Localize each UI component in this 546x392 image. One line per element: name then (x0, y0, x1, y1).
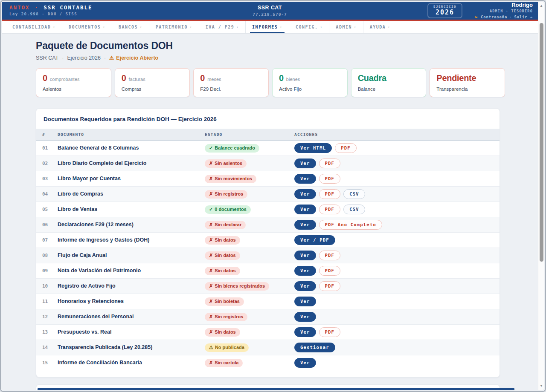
status-badge: ✗Sin movimientos (205, 175, 256, 183)
pdf-button[interactable]: PDF (319, 174, 341, 184)
status-text: Sin registros (215, 191, 243, 196)
scrollbar-up-arrow[interactable]: ▲ (538, 3, 544, 9)
pdf-ano-completo-button[interactable]: PDF Año Completo (319, 220, 382, 230)
nav-item-bancos[interactable]: BANCOS▾ (112, 21, 149, 33)
app-tagline: Ley 20.998 · DOH / SISS (9, 12, 93, 16)
card-unit: comprobantes (50, 77, 80, 82)
summary-cards: 0comprobantesAsientos0facturasCompras0me… (36, 68, 505, 97)
nav-item-informes[interactable]: INFORMES▾ (245, 21, 289, 33)
pdf-button[interactable]: PDF (335, 143, 357, 153)
status-cell: ⚠No publicada (205, 340, 294, 355)
card-value: 0 (200, 73, 205, 83)
documents-panel: Documentos Requeridos para Rendición DOH… (36, 108, 500, 378)
actions-cell: Ver (294, 309, 500, 324)
pdf-button[interactable]: PDF (319, 327, 341, 337)
card-unit: bienes (286, 77, 300, 82)
scrollbar-thumb[interactable] (540, 23, 543, 262)
csv-button[interactable]: CSV (343, 205, 365, 214)
ver-button[interactable]: Ver (294, 205, 316, 214)
ver-button[interactable]: Ver (294, 297, 316, 306)
ver-button[interactable]: Ver (294, 159, 316, 168)
actions-cell: Ver HTMLPDF (294, 140, 500, 156)
chevron-down-icon: ▾ (280, 26, 282, 29)
ver-button[interactable]: Ver (294, 189, 316, 199)
nav-item-label: DOCUMENTOS (69, 25, 101, 29)
nav-item-iva-f29[interactable]: IVA / F29▾ (199, 21, 245, 33)
ver-button[interactable]: Ver (294, 327, 316, 337)
document-name: Informe de Ingresos y Gastos (DOH) (58, 232, 205, 248)
cross-icon: ✗ (209, 314, 213, 320)
entity-name: SSR CAT (253, 5, 287, 11)
status-badge: ✗Sin registros (205, 313, 247, 321)
card-label: Activo Fijo (279, 86, 341, 92)
status-cell: ✗Sin datos (205, 263, 294, 278)
nav-item-ayuda[interactable]: AYUDA▾ (363, 21, 397, 33)
cross-icon: ✗ (209, 299, 213, 304)
row-number: 10 (36, 278, 58, 294)
nav-item-admin[interactable]: ADMIN▾ (329, 21, 363, 33)
chevron-down-icon: ▾ (140, 26, 142, 29)
warning-icon: ⚠ (209, 345, 213, 350)
nav-item-label: INFORMES (252, 25, 278, 29)
pdf-button[interactable]: PDF (319, 205, 341, 214)
document-name: Declaraciones F29 (12 meses) (58, 217, 205, 232)
nav-item-label: CONFIG. (296, 25, 318, 29)
ver-button[interactable]: Ver (294, 251, 316, 260)
scrollbar-down-arrow[interactable]: ▼ (538, 383, 544, 389)
status-cell: ✗Sin movimientos (205, 171, 294, 186)
status-badge: ✗Sin datos (205, 267, 240, 275)
nav-item-config[interactable]: CONFIG.▾ (289, 21, 329, 33)
nav-item-contabilidad[interactable]: CONTABILIDAD▾ (6, 21, 62, 33)
table-row: 01Balance General de 8 Columnas✓Balance … (36, 140, 500, 156)
top-header: ANTOX · SSR CONTABLE Ley 20.998 · DOH / … (2, 2, 538, 20)
scrollbar[interactable]: ▲ ▼ (538, 2, 544, 390)
ver-button[interactable]: Ver (294, 266, 316, 276)
row-number: 05 (36, 202, 58, 217)
gestionar-button[interactable]: Gestionar (294, 343, 335, 352)
actions-cell: VerPDF (294, 156, 500, 171)
table-row: 15Informe de Conciliación Bancaria✗Sin c… (36, 355, 500, 370)
pdf-button[interactable]: PDF (319, 251, 341, 260)
exercise-selector[interactable]: EJERCICIO 2026 (427, 3, 462, 19)
pdf-button[interactable]: PDF (319, 281, 341, 291)
pdf-button[interactable]: PDF (319, 159, 341, 168)
brand-block: ANTOX · SSR CONTABLE Ley 20.998 · DOH / … (2, 5, 93, 16)
summary-card-f29-decl: 0mesesF29 Decl. (193, 68, 269, 97)
check-icon: ✓ (209, 145, 213, 151)
card-value: 0 (279, 73, 284, 83)
table-row: 03Libro Mayor por Cuentas✗Sin movimiento… (36, 171, 500, 186)
key-icon (474, 15, 479, 19)
user-roles: ADMIN · TESORERO (474, 9, 533, 13)
csv-button[interactable]: CSV (343, 189, 365, 199)
actions-cell: VerPDF (294, 248, 500, 263)
ver-html-button[interactable]: Ver HTML (294, 143, 332, 153)
logout-link[interactable]: Salir → (514, 15, 533, 19)
ver-button[interactable]: Ver (294, 281, 316, 291)
document-name: Libro de Compras (58, 186, 205, 202)
card-value: Cuadra (358, 73, 386, 83)
actions-cell: VerPDFCSV (294, 202, 500, 217)
cross-icon: ✗ (209, 237, 213, 243)
nav-item-patrimonio[interactable]: PATRIMONIO▾ (149, 21, 199, 33)
cross-icon: ✗ (209, 191, 213, 197)
ver-button[interactable]: Ver (294, 174, 316, 184)
nav-item-documentos[interactable]: DOCUMENTOS▾ (62, 21, 112, 33)
status-text: Sin declarar (215, 222, 241, 227)
document-name: Libro Mayor por Cuentas (58, 171, 205, 186)
status-cell: ✗Sin bienes registrados (205, 278, 294, 294)
header-right: EJERCICIO 2026 Rodrigo ADMIN · TESORERO … (427, 2, 538, 20)
exercise-status: ⚠ Ejercicio Abierto (109, 55, 158, 61)
password-link[interactable]: Contraseña (481, 15, 507, 19)
document-name: Nota de Variación del Patrimonio (58, 263, 205, 278)
card-value: 0 (43, 73, 47, 83)
pdf-button[interactable]: PDF (319, 189, 341, 199)
footer-bar (38, 388, 514, 390)
chevron-down-icon: ▾ (320, 26, 323, 29)
ver-button[interactable]: Ver (294, 358, 316, 368)
ver-button[interactable]: Ver (294, 220, 316, 230)
ver-button[interactable]: Ver (294, 312, 316, 322)
table-row: 07Informe de Ingresos y Gastos (DOH)✗Sin… (36, 232, 500, 248)
pdf-button[interactable]: PDF (319, 266, 341, 276)
ver-pdf-button[interactable]: Ver / PDF (294, 235, 335, 245)
document-name: Transparencia Publicada (Ley 20.285) (58, 340, 205, 355)
